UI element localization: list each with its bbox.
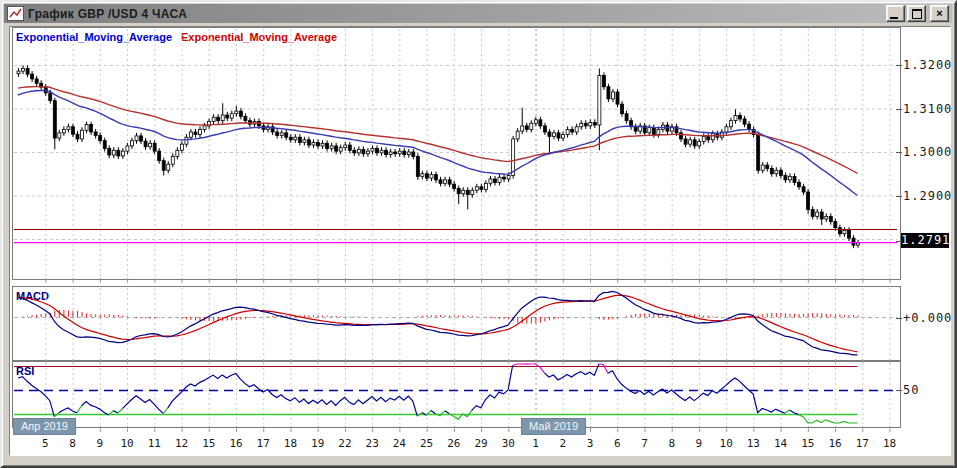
x-axis-label: 8 <box>661 437 683 450</box>
candle-bullish <box>235 111 238 114</box>
candle-bearish <box>226 115 229 118</box>
candle-bullish <box>330 146 333 149</box>
candle-bearish <box>307 140 310 145</box>
axis-tick <box>896 390 902 391</box>
axis-tick-strip <box>13 426 898 432</box>
candle-bearish <box>348 145 351 150</box>
candle-bullish <box>85 125 88 131</box>
candle-bullish <box>498 177 501 182</box>
candle-bearish <box>416 156 419 176</box>
candle-bearish <box>103 141 106 149</box>
candle-bearish <box>362 149 365 153</box>
candle-bearish <box>285 133 288 137</box>
candle-bearish <box>557 133 560 138</box>
candle-bearish <box>834 222 837 228</box>
macd-canvas[interactable] <box>13 287 898 358</box>
close-button[interactable]: × <box>930 5 949 22</box>
candle-bullish <box>203 126 206 129</box>
x-axis-label: 9 <box>89 437 111 450</box>
macd-panel[interactable]: MACD <box>12 286 901 361</box>
candle-bullish <box>534 120 537 123</box>
candle-bearish <box>548 132 551 136</box>
rsi-canvas[interactable] <box>13 362 898 425</box>
candle-bearish <box>376 149 379 153</box>
candle-bullish <box>788 176 791 179</box>
candle-bullish <box>729 121 732 127</box>
candle-bullish <box>589 122 592 125</box>
candle-bearish <box>99 135 102 140</box>
candle-bullish <box>475 187 478 190</box>
x-axis-label: 26 <box>443 437 465 450</box>
candle-bearish <box>144 141 147 147</box>
candle-bearish <box>425 174 428 178</box>
candle-bearish <box>684 139 687 144</box>
rsi-panel[interactable]: RSI <box>12 361 901 428</box>
candle-bullish <box>167 164 170 170</box>
candle-bearish <box>602 75 605 86</box>
candle-bullish <box>611 92 614 99</box>
rsi-line-segment <box>113 411 118 413</box>
candle-bearish <box>457 189 460 194</box>
candle-bullish <box>698 142 701 146</box>
rsi-line-segment <box>77 406 82 413</box>
candle-bearish <box>108 149 111 156</box>
candle-bearish <box>90 125 93 132</box>
candle-bullish <box>121 151 124 156</box>
month-label-may: Май 2019 <box>521 418 586 435</box>
candle-bearish <box>739 115 742 118</box>
x-axis-label: 17 <box>851 437 873 450</box>
candle-bearish <box>811 209 814 216</box>
candle-bearish <box>239 111 242 116</box>
rsi-line-segment <box>472 366 513 411</box>
candle-bullish <box>598 75 601 125</box>
rsi-line-segment <box>513 364 545 373</box>
rsi-line-segment <box>799 415 858 423</box>
candle-bearish <box>784 175 787 179</box>
x-axis-label: 18 <box>279 437 301 450</box>
candle-bullish <box>816 212 819 216</box>
axis-tick <box>896 318 902 319</box>
window-title: График GBP /USD 4 ЧАСА <box>28 7 884 21</box>
candle-bearish <box>117 150 120 156</box>
candle-bullish <box>339 148 342 151</box>
x-axis-label: 16 <box>225 437 247 450</box>
candle-bullish <box>230 114 233 118</box>
candle-bearish <box>793 176 796 182</box>
candle-bullish <box>761 165 764 170</box>
candle-bearish <box>539 120 542 126</box>
rsi-line-segment <box>445 411 450 414</box>
candle-bullish <box>512 139 515 176</box>
rsi-line-segment <box>163 408 168 414</box>
x-axis-label: 7 <box>633 437 655 450</box>
candle-bearish <box>766 165 769 168</box>
price-axis-label: 1.2900 <box>903 189 952 203</box>
x-axis-label: 14 <box>770 437 792 450</box>
x-axis-label: 8 <box>62 437 84 450</box>
candle-bearish <box>798 182 801 186</box>
candle-bearish <box>453 184 456 188</box>
price-chart-canvas[interactable] <box>13 28 898 277</box>
macd-zero-axis-label: +0.000 <box>903 311 952 325</box>
candle-bullish <box>398 151 401 154</box>
title-bar[interactable]: График GBP /USD 4 ЧАСА × <box>4 4 952 23</box>
x-axis-label: 5 <box>34 437 56 450</box>
x-axis-label: 3 <box>579 437 601 450</box>
candle-bearish <box>748 124 751 129</box>
candle-bullish <box>775 170 778 173</box>
candle-bullish <box>67 127 70 130</box>
axis-tick <box>896 109 902 110</box>
price-axis-label: 1.3200 <box>903 58 952 72</box>
minimize-button[interactable] <box>886 5 905 22</box>
x-axis-label: 15 <box>198 437 220 450</box>
x-axis-label: 11 <box>143 437 165 450</box>
candle-bearish <box>353 150 356 153</box>
candle-bearish <box>757 135 760 171</box>
price-chart-panel[interactable]: Exponential_Moving_Average Exponential_M… <box>12 27 901 280</box>
candle-bullish <box>711 134 714 140</box>
candle-bearish <box>543 126 546 132</box>
candle-bearish <box>244 116 247 120</box>
maximize-button[interactable] <box>907 5 926 22</box>
candle-bearish <box>317 142 320 145</box>
candle-bearish <box>76 134 79 139</box>
candle-bearish <box>326 143 329 148</box>
